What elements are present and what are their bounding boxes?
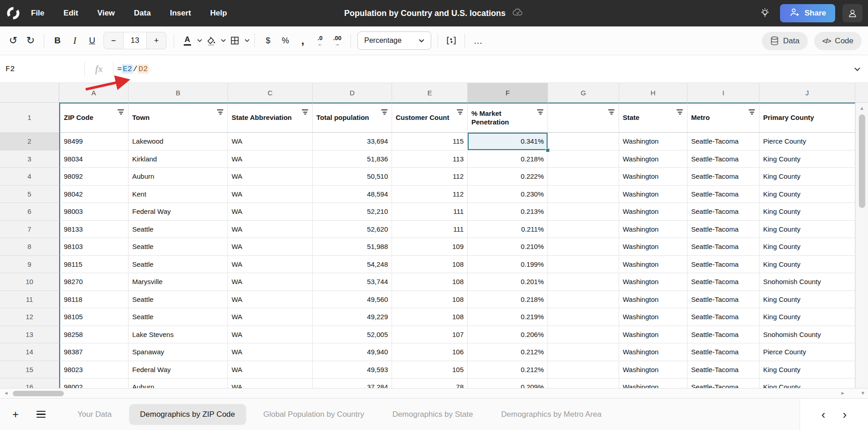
- cell-D3[interactable]: 51,836: [313, 150, 392, 168]
- cell-B16[interactable]: Auburn: [129, 378, 228, 388]
- vertical-scrollbar-thumb[interactable]: [859, 114, 865, 208]
- cell-C2[interactable]: WA: [228, 133, 313, 150]
- cell-D15[interactable]: 49,593: [313, 361, 392, 379]
- header-cell-I1[interactable]: Metro: [687, 103, 760, 133]
- cell-F9[interactable]: 0.199%: [468, 256, 548, 274]
- cell-A7[interactable]: 98133: [59, 221, 129, 238]
- cell-A8[interactable]: 98103: [59, 238, 129, 256]
- cell-C4[interactable]: WA: [228, 168, 313, 186]
- filter-icon[interactable]: [217, 109, 223, 114]
- cell-G11[interactable]: [548, 291, 619, 309]
- cell-G15[interactable]: [548, 361, 619, 379]
- bold-button[interactable]: B: [49, 32, 66, 49]
- more-options-button[interactable]: …: [470, 32, 487, 49]
- cell-E13[interactable]: 107: [392, 326, 468, 344]
- scroll-up-icon[interactable]: ▴: [856, 104, 868, 111]
- font-size-value[interactable]: 13: [123, 32, 147, 49]
- cell-F10[interactable]: 0.201%: [468, 273, 548, 291]
- add-sheet-button[interactable]: +: [5, 404, 26, 425]
- cell-H15[interactable]: Washington: [619, 361, 687, 379]
- cell-G14[interactable]: [548, 343, 619, 361]
- cell-E6[interactable]: 111: [392, 203, 468, 221]
- cell-E5[interactable]: 112: [392, 186, 468, 203]
- select-all-corner[interactable]: [0, 83, 59, 102]
- row-number-12[interactable]: 12: [0, 308, 59, 326]
- cell-F8[interactable]: 0.210%: [468, 238, 548, 256]
- cell-A5[interactable]: 98042: [59, 186, 129, 203]
- column-letter-J[interactable]: J: [760, 83, 855, 102]
- cell-C13[interactable]: WA: [228, 326, 313, 344]
- italic-button[interactable]: I: [66, 32, 83, 49]
- cell-F4[interactable]: 0.222%: [468, 168, 548, 186]
- cell-D13[interactable]: 52,005: [313, 326, 392, 344]
- row-number-5[interactable]: 5: [0, 186, 59, 203]
- cell-F11[interactable]: 0.218%: [468, 291, 548, 309]
- tab-global-population-by-country[interactable]: Global Population by Country: [253, 404, 375, 425]
- cell-B2[interactable]: Lakewood: [129, 133, 228, 150]
- cell-H10[interactable]: Washington: [619, 273, 687, 291]
- undo-button[interactable]: ↺: [5, 32, 22, 49]
- column-letter-D[interactable]: D: [313, 83, 392, 102]
- cell-E12[interactable]: 108: [392, 308, 468, 326]
- filter-icon[interactable]: [381, 109, 388, 114]
- cell-I3[interactable]: Seattle-Tacoma: [687, 150, 760, 168]
- cell-J7[interactable]: King County: [760, 221, 855, 238]
- filter-icon[interactable]: [302, 109, 308, 114]
- cell-G16[interactable]: [548, 378, 619, 388]
- cell-B8[interactable]: Seattle: [129, 238, 228, 256]
- cell-B10[interactable]: Marysville: [129, 273, 228, 291]
- cell-J14[interactable]: Pierce County: [760, 343, 855, 361]
- menu-item-file[interactable]: File: [31, 9, 44, 18]
- cell-C5[interactable]: WA: [228, 186, 313, 203]
- cell-F13[interactable]: 0.206%: [468, 326, 548, 344]
- menu-item-view[interactable]: View: [97, 9, 114, 18]
- font-size-increase-button[interactable]: +: [147, 32, 166, 49]
- header-cell-H1[interactable]: State: [619, 103, 687, 133]
- cell-H8[interactable]: Washington: [619, 238, 687, 256]
- avatar[interactable]: [842, 4, 863, 22]
- cell-H5[interactable]: Washington: [619, 186, 687, 203]
- cell-E15[interactable]: 105: [392, 361, 468, 379]
- row-number-2[interactable]: 2: [0, 133, 59, 150]
- filter-icon[interactable]: [749, 109, 755, 114]
- formula-input[interactable]: =E2/D2: [117, 64, 149, 74]
- cell-H14[interactable]: Washington: [619, 343, 687, 361]
- scroll-down-icon[interactable]: ▾: [861, 389, 864, 396]
- filter-icon[interactable]: [537, 109, 543, 114]
- cell-reference-box[interactable]: F2: [0, 65, 84, 73]
- cell-J8[interactable]: King County: [760, 238, 855, 256]
- cell-A14[interactable]: 98387: [59, 343, 129, 361]
- cell-A15[interactable]: 98023: [59, 361, 129, 379]
- header-cell-A1[interactable]: ZIP Code: [59, 103, 129, 133]
- cell-J3[interactable]: King County: [760, 150, 855, 168]
- cell-I2[interactable]: Seattle-Tacoma: [687, 133, 760, 150]
- cell-D10[interactable]: 53,744: [313, 273, 392, 291]
- cell-D11[interactable]: 49,560: [313, 291, 392, 309]
- cell-F6[interactable]: 0.213%: [468, 203, 548, 221]
- row-number-4[interactable]: 4: [0, 168, 59, 186]
- cell-C12[interactable]: WA: [228, 308, 313, 326]
- row-number-6[interactable]: 6: [0, 203, 59, 221]
- cell-C11[interactable]: WA: [228, 291, 313, 309]
- cell-H2[interactable]: Washington: [619, 133, 687, 150]
- font-size-decrease-button[interactable]: −: [104, 32, 123, 49]
- borders-button[interactable]: [226, 32, 243, 49]
- cell-D7[interactable]: 52,620: [313, 221, 392, 238]
- cell-E2[interactable]: 115: [392, 133, 468, 150]
- cell-D16[interactable]: 37,284: [313, 378, 392, 388]
- cell-G3[interactable]: [548, 150, 619, 168]
- cell-I16[interactable]: Seattle-Tacoma: [687, 378, 760, 388]
- tab-demographics-by-metro-area[interactable]: Demographics by Metro Area: [490, 404, 612, 425]
- cell-B12[interactable]: Seattle: [129, 308, 228, 326]
- cell-I11[interactable]: Seattle-Tacoma: [687, 291, 760, 309]
- cell-A9[interactable]: 98115: [59, 256, 129, 274]
- borders-chevron-icon[interactable]: [244, 39, 250, 42]
- cell-E8[interactable]: 109: [392, 238, 468, 256]
- cell-E16[interactable]: 78: [392, 378, 468, 388]
- cell-A3[interactable]: 98034: [59, 150, 129, 168]
- cell-C14[interactable]: WA: [228, 343, 313, 361]
- cell-J2[interactable]: Pierce County: [760, 133, 855, 150]
- cell-H12[interactable]: Washington: [619, 308, 687, 326]
- cell-H16[interactable]: Washington: [619, 378, 687, 388]
- cell-D8[interactable]: 51,988: [313, 238, 392, 256]
